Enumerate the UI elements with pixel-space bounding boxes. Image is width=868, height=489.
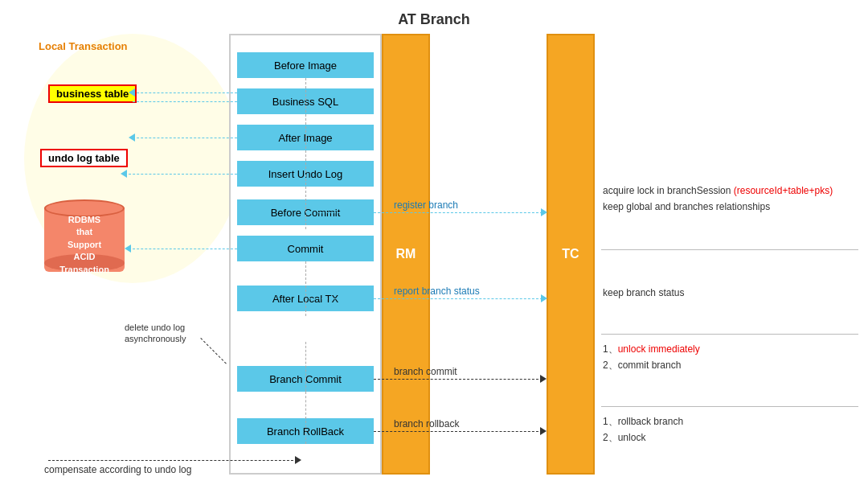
arrowhead-compensate [295, 456, 301, 464]
rm-column: RM [382, 34, 430, 475]
connector-before-commit-rm [381, 212, 382, 213]
arrow-after-image [133, 138, 237, 138]
tc-note-rollback-branch: 1、rollback branch [603, 414, 683, 429]
arrowhead-undo-log [121, 170, 127, 178]
commit-box: Commit [237, 236, 374, 261]
arrow-commit-rdbms [129, 249, 237, 249]
arrowhead-register-branch [541, 208, 547, 216]
vert-line-4 [305, 392, 306, 444]
arrow-after-local-rm [305, 298, 376, 299]
arrow-rm-before-commit [305, 212, 376, 213]
arrowhead-report-branch [541, 294, 547, 302]
arrow-register-branch [374, 212, 542, 213]
tc-label: TC [562, 247, 579, 261]
label-compensate: compensate according to undo log [44, 464, 191, 475]
tc-note-unlock: 1、unlock immediately [603, 342, 700, 356]
label-report-branch: report branch status [394, 286, 480, 297]
rm-label: RM [396, 247, 416, 261]
arrowhead-after-image [129, 134, 135, 142]
label-branch-rollback: branch rollback [394, 418, 459, 429]
tc-note-acquire-lock: acquire lock in branchSession (resourceI… [603, 183, 833, 198]
rdbms-cylinder: RDBMSthatSupportACIDTransaction [44, 199, 125, 272]
vert-line-1 [305, 78, 306, 229]
separator-2 [601, 334, 858, 335]
arrow-compensate [48, 460, 297, 461]
tc-note-keep-global: keep global and branches relationships [603, 199, 770, 214]
rdbms-label: RDBMSthatSupportACIDTransaction [44, 214, 125, 276]
arrow-branch-commit [374, 379, 542, 380]
undo-log-table-box: undo log table [40, 149, 128, 167]
arrowhead-business-table [129, 88, 135, 97]
separator-1 [601, 249, 858, 250]
arrow-report-branch [374, 298, 542, 299]
arrow-undo-log [125, 174, 237, 175]
arrow-business-table [133, 92, 237, 93]
tc-column: TC [547, 34, 595, 475]
vert-line-3 [305, 342, 306, 392]
arrow-business-sql [133, 101, 237, 102]
local-transaction-label: Local Transaction [39, 40, 128, 52]
arrow-branch-rollback [374, 431, 542, 432]
before-image-box: Before Image [237, 52, 374, 78]
diagram-title: AT Branch [398, 11, 470, 28]
label-delete-undo: delete undo logasynchronously [125, 322, 205, 345]
separator-3 [601, 406, 858, 407]
label-branch-commit: branch commit [394, 366, 457, 377]
arrowhead-branch-rollback [540, 427, 547, 435]
tc-note-keep-branch: keep branch status [603, 286, 684, 300]
diagram-container: AT Branch Local Transaction business tab… [0, 0, 868, 489]
tc-note-commit-branch: 2、commit branch [603, 358, 681, 372]
arrowhead-branch-commit [540, 375, 547, 383]
tc-note-unlock-text: unlock immediately [618, 343, 700, 355]
arrowhead-commit-rdbms [125, 244, 131, 253]
tc-note-unlock-2: 2、unlock [603, 430, 645, 445]
label-register-branch: register branch [394, 199, 458, 211]
vert-line-2 [305, 261, 306, 316]
business-table-box: business table [48, 84, 137, 103]
